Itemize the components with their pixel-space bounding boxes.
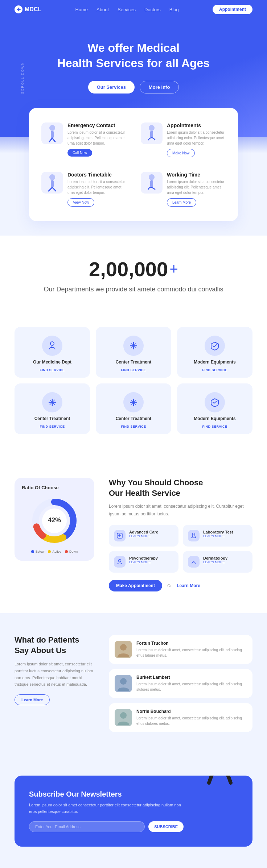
dept-link-4[interactable]: FIND SERVICE bbox=[40, 425, 65, 428]
ratio-card: Ratio Of Choose 42% Below A bbox=[15, 478, 94, 561]
services-card: Emergency Contact Lorem ipsum dolor sit … bbox=[29, 108, 238, 221]
working-title: Working Time bbox=[167, 172, 226, 178]
advanced-care-icon bbox=[114, 530, 126, 541]
dermatology-icon bbox=[188, 556, 200, 568]
lab-test-link[interactable]: LEARN MORE bbox=[203, 534, 233, 538]
make-appointment-button[interactable]: Make Appointment bbox=[109, 580, 162, 591]
newsletter-description: Lorem ipsum dolor sit amet consectetur p… bbox=[29, 802, 184, 815]
dept-card-5: Center Treatment FIND SERVICE bbox=[96, 383, 171, 434]
svg-point-6 bbox=[49, 174, 55, 180]
reviewer-name-3: Norris Bouchard bbox=[136, 709, 247, 714]
reviewer-name-2: Burkett Lambert bbox=[136, 675, 247, 680]
avatar-2 bbox=[115, 675, 132, 692]
dept-icon-6 bbox=[205, 392, 225, 412]
svg-line-2 bbox=[49, 138, 52, 142]
psychotherapy-icon bbox=[114, 556, 126, 568]
dept-icon-2 bbox=[123, 336, 144, 356]
psychotherapy-name: Psychotherapy bbox=[129, 556, 158, 560]
legend-active: Active bbox=[48, 550, 61, 553]
advanced-care-link[interactable]: LEARN MORE bbox=[129, 534, 158, 538]
working-btn[interactable]: Learn More bbox=[167, 198, 196, 207]
our-services-button[interactable]: Our Services bbox=[88, 81, 135, 94]
svg-point-40 bbox=[120, 678, 127, 685]
dept-link-1[interactable]: FIND SERVICE bbox=[40, 368, 65, 372]
svg-text:42%: 42% bbox=[48, 516, 61, 524]
svg-rect-11 bbox=[150, 180, 153, 187]
or-text: Or bbox=[167, 583, 172, 588]
testimonials-section: What do Patients Say About Us Lorem ipsu… bbox=[0, 613, 267, 754]
testimonials-title: What do Patients Say About Us bbox=[15, 635, 94, 656]
why-description: Lorem ipsum dolor sit amet, consectetur … bbox=[109, 503, 252, 518]
service-appointments: Appointments Lorem ipsum dolor sit a con… bbox=[137, 119, 229, 161]
testimonial-2: Burkett Lambert Lorem ipsum dolor sit am… bbox=[109, 669, 252, 698]
dept-link-6[interactable]: FIND SERVICE bbox=[202, 425, 227, 428]
dept-name-1: Our Medicine Dept bbox=[33, 360, 71, 365]
dept-name-5: Center Treatment bbox=[116, 416, 152, 421]
emergency-desc: Lorem ipsum dolor sit a consectetur adip… bbox=[67, 130, 126, 146]
logo-icon: ✚ bbox=[15, 5, 22, 13]
nav-home[interactable]: Home bbox=[75, 7, 88, 12]
reviewer-name-1: Fortun Truchon bbox=[136, 641, 247, 646]
more-info-button[interactable]: More Info bbox=[140, 81, 179, 94]
dept-name-2: Center Treatment bbox=[116, 360, 152, 365]
testimonials-description: Lorem ipsum dolor sit amet, consectetur … bbox=[15, 661, 94, 688]
timetable-icon bbox=[41, 172, 63, 194]
dept-name-4: Center Treatment bbox=[34, 416, 70, 421]
nav-links: Home About Services Doctors Blog bbox=[75, 7, 178, 12]
feature-lab-test: Laboratory Test LEARN MORE bbox=[183, 525, 252, 547]
newsletter-subscribe-button[interactable]: SUBSCRIBE bbox=[148, 821, 184, 832]
departments-section: Our Medicine Dept FIND SERVICE Center Tr… bbox=[0, 309, 267, 456]
dept-icon-5 bbox=[123, 392, 144, 412]
avatar-1 bbox=[115, 641, 132, 658]
nav-doctors[interactable]: Doctors bbox=[144, 7, 161, 12]
dermatology-link[interactable]: LEARN MORE bbox=[203, 560, 227, 564]
newsletter-form: SUBSCRIBE bbox=[29, 821, 184, 832]
service-emergency: Emergency Contact Lorem ipsum dolor sit … bbox=[38, 119, 130, 161]
stats-plus: + bbox=[170, 261, 178, 277]
psychotherapy-link[interactable]: LEARN MORE bbox=[129, 560, 158, 564]
svg-line-9 bbox=[52, 187, 56, 191]
dept-link-2[interactable]: FIND SERVICE bbox=[121, 368, 146, 372]
dept-name-6: Modern Equipments bbox=[194, 416, 235, 421]
why-left: Ratio Of Choose 42% Below A bbox=[15, 478, 94, 561]
dermatology-name: Dermatology bbox=[203, 556, 227, 560]
svg-point-42 bbox=[120, 712, 127, 719]
nav-services[interactable]: Services bbox=[118, 7, 136, 12]
working-desc: Lorem ipsum dolor sit a consectetur adip… bbox=[167, 179, 226, 195]
navbar: ✚ MDCL Home About Services Doctors Blog … bbox=[0, 0, 267, 19]
svg-rect-5 bbox=[150, 131, 153, 138]
avatar-3 bbox=[115, 709, 132, 726]
newsletter-email-input[interactable] bbox=[29, 821, 145, 832]
lab-test-icon bbox=[188, 530, 200, 541]
service-working: Working Time Lorem ipsum dolor sit a con… bbox=[137, 168, 229, 210]
service-timetable: Doctors Timetable Lorem ipsum dolor sit … bbox=[38, 168, 130, 210]
features-grid: Advanced Care LEARN MORE Laboratory Test… bbox=[109, 525, 252, 573]
dept-icon-4 bbox=[42, 392, 62, 412]
legend-down: Down bbox=[65, 550, 78, 553]
emergency-btn[interactable]: Call Now bbox=[67, 149, 92, 157]
testimonials-learn-more[interactable]: Learn More bbox=[15, 694, 50, 705]
timetable-btn[interactable]: View Now bbox=[67, 198, 94, 207]
dept-name-3: Modern Equipments bbox=[194, 360, 235, 365]
nav-about[interactable]: About bbox=[96, 7, 109, 12]
scroll-label: SCROLL DOWN bbox=[21, 62, 24, 94]
departments-grid: Our Medicine Dept FIND SERVICE Center Tr… bbox=[15, 327, 252, 434]
dept-link-3[interactable]: FIND SERVICE bbox=[202, 368, 227, 372]
svg-point-4 bbox=[149, 125, 155, 131]
emergency-title: Emergency Contact bbox=[67, 122, 126, 128]
testimonials-right: Fortun Truchon Lorem ipsum dolor sit ame… bbox=[109, 635, 252, 732]
nav-blog[interactable]: Blog bbox=[169, 7, 179, 12]
appointments-desc: Lorem ipsum dolor sit a consectetur adip… bbox=[167, 130, 226, 146]
appointments-btn[interactable]: Make Now bbox=[167, 149, 195, 157]
feature-advanced-care: Advanced Care LEARN MORE bbox=[109, 525, 178, 547]
dept-link-5[interactable]: FIND SERVICE bbox=[121, 425, 146, 428]
appointment-button[interactable]: Appointment bbox=[213, 5, 252, 14]
services-grid: Emergency Contact Lorem ipsum dolor sit … bbox=[38, 119, 229, 210]
dept-card-2: Center Treatment FIND SERVICE bbox=[96, 327, 171, 378]
logo: ✚ MDCL bbox=[15, 5, 41, 13]
testimonials-left: What do Patients Say About Us Lorem ipsu… bbox=[15, 635, 94, 732]
svg-point-38 bbox=[120, 644, 127, 651]
appointments-icon bbox=[141, 122, 163, 144]
timetable-desc: Lorem ipsum dolor sit a consectetur adip… bbox=[67, 179, 126, 195]
learn-more-link[interactable]: Learn More bbox=[177, 583, 200, 588]
